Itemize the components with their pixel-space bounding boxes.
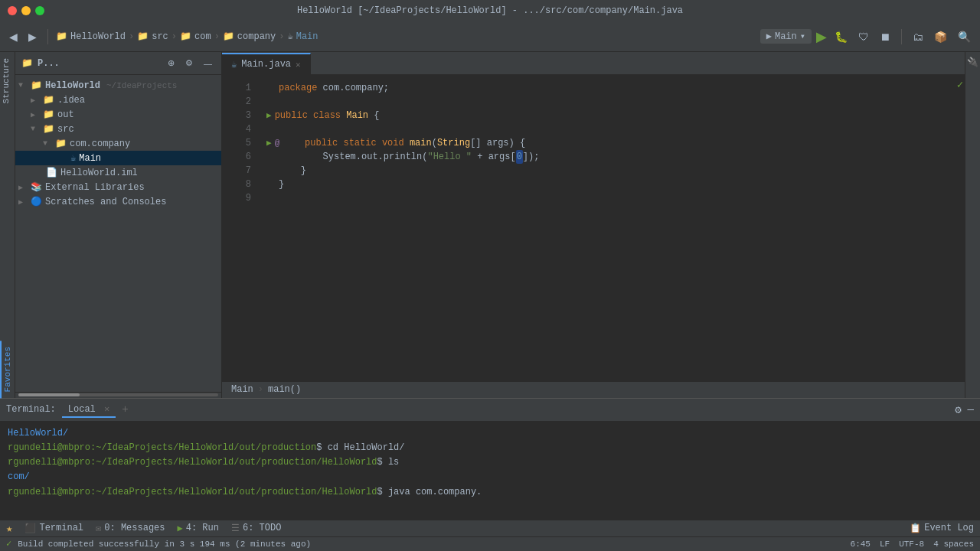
breadcrumb-src-icon: 📁 <box>137 31 149 42</box>
run-gutter-3[interactable]: ▶ <box>266 109 272 122</box>
favorites-star-icon[interactable]: ★ <box>6 522 12 535</box>
breadcrumb-company-icon: 📁 <box>223 31 234 42</box>
tree-item-helloworld[interactable]: ▼ 📁 HelloWorld ~/IdeaProjects <box>15 78 221 93</box>
project-minimize-button[interactable]: — <box>201 57 215 70</box>
maximize-button[interactable] <box>35 6 44 15</box>
bottom-btn-todo[interactable]: ☰ 6: TODO <box>231 523 281 534</box>
run-button[interactable]: ▶ <box>816 28 827 45</box>
build-status-icon: ✓ <box>6 538 11 549</box>
project-settings-button[interactable]: ⚙ <box>182 57 196 70</box>
terminal-add-button[interactable]: + <box>122 403 128 416</box>
tree-item-iml[interactable]: 📄 HelloWorld.iml <box>15 165 221 180</box>
window-controls[interactable] <box>8 6 44 15</box>
iml-file-icon: 📄 <box>46 167 57 178</box>
tree-item-com-company[interactable]: ▼ 📁 com.company <box>15 136 221 151</box>
run-gutter-5[interactable]: ▶ <box>266 137 272 150</box>
tree-item-out[interactable]: ▶ 📁 out <box>15 107 221 122</box>
tree-label-iml: HelloWorld.iml <box>60 168 138 178</box>
editor-area: ☕ Main.java ✕ 1 2 3 4 5 6 7 8 9 <box>222 52 965 398</box>
terminal-tab-local[interactable]: Local ✕ <box>62 402 116 418</box>
breadcrumb-project-icon: 📁 <box>56 31 67 42</box>
bottom-btn-messages[interactable]: ✉ 0: Messages <box>96 523 165 534</box>
bottom-btn-eventlog[interactable]: 📋 Event Log <box>910 523 974 534</box>
code-line-7: } <box>260 164 956 178</box>
terminal-title-label: Terminal: <box>6 404 56 415</box>
breadcrumb-src[interactable]: src <box>152 31 168 42</box>
terminal-icon: ⬛ <box>24 523 36 534</box>
expand-arrow-com: ▼ <box>43 139 52 148</box>
tab-main-java[interactable]: ☕ Main.java ✕ <box>222 53 311 74</box>
forward-button[interactable]: ▶ <box>25 29 40 44</box>
minimize-button[interactable] <box>21 6 31 15</box>
expand-arrow-scratch: ▶ <box>18 197 28 207</box>
tree-label-out: out <box>57 109 74 120</box>
stop-button[interactable]: ⏹ <box>877 29 893 44</box>
annotation-marker: @ <box>275 137 280 150</box>
breadcrumb-company[interactable]: company <box>237 31 276 42</box>
terminal-tab-close[interactable]: ✕ <box>104 404 109 415</box>
bc-main[interactable]: Main <box>231 384 253 395</box>
tree-label-ext: External Libraries <box>45 182 145 193</box>
tab-label: Main.java <box>241 59 291 70</box>
terminal-minimize-icon[interactable]: — <box>968 403 974 416</box>
sidebar-item-favorites[interactable]: Favorites <box>0 341 15 398</box>
titlebar: HelloWorld [~/IdeaProjects/HelloWorld] -… <box>0 0 980 21</box>
status-left: ✓ Build completed successfully in 3 s 19… <box>6 538 841 549</box>
bc-main-method[interactable]: main() <box>268 384 301 395</box>
breadcrumb-com[interactable]: com <box>194 31 211 42</box>
terminal-tab-label: Local <box>68 404 96 415</box>
src-folder-icon: 📁 <box>43 123 54 135</box>
breadcrumb-project[interactable]: HelloWorld <box>70 31 126 42</box>
toolbar-sep-2 <box>901 29 902 44</box>
breadcrumb-main[interactable]: Main <box>296 31 318 42</box>
toolbar-sep-1 <box>47 29 48 44</box>
statusbar: ✓ Build completed successfully in 3 s 19… <box>0 536 980 551</box>
main-toolbar: ◀ ▶ 📁 HelloWorld › 📁 src › 📁 com › 📁 com… <box>0 21 980 52</box>
terminal-content[interactable]: HelloWorld/ rgundelli@mbpro:~/IdeaProjec… <box>0 422 980 520</box>
terminal-line-2: rgundelli@mbpro:~/IdeaProjects/HelloWorl… <box>8 441 972 455</box>
back-button[interactable]: ◀ <box>6 29 21 44</box>
com-folder-icon: 📁 <box>55 138 67 149</box>
run-config-dropdown[interactable]: ▶ Main ▾ <box>760 29 812 44</box>
terminal-line-1: HelloWorld/ <box>8 426 972 441</box>
project-add-button[interactable]: ⊕ <box>165 57 178 70</box>
bottom-btn-terminal[interactable]: ⬛ Terminal <box>24 523 83 534</box>
tree-item-main[interactable]: ☕ Main <box>15 151 221 165</box>
editor-breadcrumb: Main › main() <box>222 381 965 398</box>
build-status-text: Build completed successfully in 3 s 194 … <box>18 540 311 549</box>
indent-setting[interactable]: 4 spaces <box>933 540 974 549</box>
code-editor[interactable]: package com.company; ▶ public class Main… <box>260 75 956 381</box>
tree-item-ext-lib[interactable]: ▶ 📚 External Libraries <box>15 180 221 194</box>
project-structure-button[interactable]: 🗂 <box>910 29 926 44</box>
close-button[interactable] <box>8 6 17 15</box>
project-scrollbar[interactable] <box>15 392 221 398</box>
search-button[interactable]: 🔍 <box>955 29 974 44</box>
gutter-check-icon: ✓ <box>957 78 963 91</box>
tree-item-scratches[interactable]: ▶ 🔵 Scratches and Consoles <box>15 194 221 209</box>
code-line-2 <box>260 95 956 109</box>
terminal-header: Terminal: Local ✕ + ⚙ — <box>0 399 980 422</box>
project-panel-header: 📁 P... ⊕ ⚙ — <box>15 52 221 75</box>
terminal-settings-icon[interactable]: ⚙ <box>955 403 961 416</box>
encoding[interactable]: UTF-8 <box>899 540 924 549</box>
sdk-button[interactable]: 📦 <box>931 29 950 44</box>
tree-label-src: src <box>57 124 74 135</box>
tab-close-button[interactable]: ✕ <box>296 60 301 70</box>
project-header-icons: ⊕ ⚙ — <box>165 57 215 70</box>
tree-item-src[interactable]: ▼ 📁 src <box>15 122 221 136</box>
main-file-icon: ☕ <box>70 152 76 164</box>
tree-path-helloworld: ~/IdeaProjects <box>106 81 177 90</box>
cursor-position[interactable]: 6:45 <box>851 540 871 549</box>
debug-button[interactable]: 🐛 <box>831 29 851 44</box>
tree-item-idea[interactable]: ▶ 📁 .idea <box>15 93 221 107</box>
code-line-1: package com.company; <box>260 81 956 95</box>
sidebar-item-structure[interactable]: Structure <box>0 52 15 109</box>
coverage-button[interactable]: 🛡 <box>855 29 872 44</box>
bottom-btn-run[interactable]: ▶ 4: Run <box>178 523 219 534</box>
run-config-label: Main <box>775 31 797 42</box>
project-icon: 📁 <box>21 57 33 69</box>
right-icon-1[interactable]: 🔌 <box>967 57 978 68</box>
dropdown-arrow-icon: ▾ <box>800 31 805 42</box>
left-panel-labels: Structure Favorites <box>0 52 15 398</box>
line-ending[interactable]: LF <box>880 540 890 549</box>
